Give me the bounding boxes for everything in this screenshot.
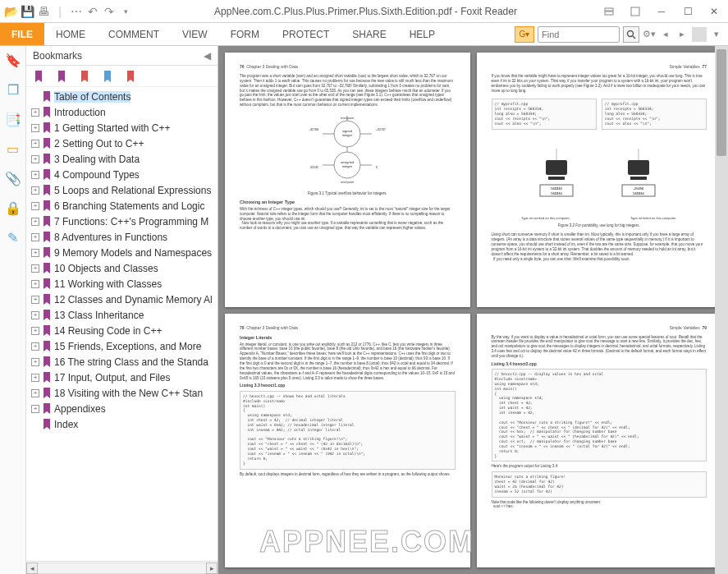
bookmark-item[interactable]: +2 Setting Out to C++ (26, 135, 217, 151)
security-icon[interactable]: 🔒 (4, 199, 22, 217)
bookmark-item[interactable]: +Introduction (26, 104, 217, 120)
bookmark-item[interactable]: +11 Working with Classes (26, 276, 217, 292)
bookmark-item[interactable]: +8 Adventures in Functions (26, 229, 217, 245)
bookmark-item[interactable]: Table of Contents (26, 89, 217, 104)
expand-icon[interactable]: + (31, 171, 39, 179)
bookmark-icon (42, 310, 52, 321)
redo-icon[interactable]: ↷ (102, 4, 117, 19)
ribbon-tab-protect[interactable]: PROTECT (271, 23, 341, 45)
user-icon[interactable] (692, 27, 707, 42)
undo-icon[interactable]: ↶ (85, 4, 100, 19)
google-search-icon[interactable]: G▾ (515, 26, 534, 43)
expand-icon[interactable]: + (31, 140, 39, 148)
expand-icon[interactable]: + (31, 264, 39, 273)
ribbon-tab-help[interactable]: HELP (398, 23, 446, 45)
bookmark-item[interactable]: +4 Compound Types (26, 167, 217, 182)
bookmark-item[interactable]: +16 The string Class and the Standa (26, 354, 217, 370)
maximize-icon[interactable]: ☐ (677, 4, 698, 19)
help-icon[interactable] (625, 4, 646, 19)
expand-icon[interactable]: + (31, 280, 39, 288)
close-icon[interactable]: ✕ (703, 4, 725, 19)
bookmark-next-icon[interactable] (54, 69, 69, 84)
ribbon-tab-form[interactable]: FORM (219, 23, 271, 45)
user-dropdown-icon[interactable]: ▾ (710, 27, 723, 42)
bookmark-item[interactable]: +6 Branching Statements and Logic (26, 198, 217, 214)
bookmark-item[interactable]: +17 Input, Output, and Files (26, 370, 217, 385)
ribbon-tab-comment[interactable]: COMMENT (97, 23, 171, 45)
ribbon-min-icon[interactable] (598, 4, 620, 19)
svg-text:+32767: +32767 (376, 128, 386, 131)
ribbon-tab-share[interactable]: SHARE (341, 23, 397, 45)
bookmark-item[interactable]: +12 Classes and Dynamic Memory Al (26, 292, 217, 307)
bookmark-item[interactable]: +18 Visiting with the New C++ Stan (26, 385, 217, 401)
bookmark-item[interactable]: +10 Objects and Classes (26, 260, 217, 276)
bookmark-item[interactable]: +13 Class Inheritance (26, 307, 217, 323)
attachments-icon[interactable]: 📎 (4, 169, 22, 187)
email-icon[interactable]: ⋯ (69, 4, 84, 19)
panel-collapse-icon[interactable]: ◀ (204, 50, 211, 62)
print-icon[interactable]: 🖶 (36, 4, 51, 19)
bookmark-item[interactable]: +7 Functions: C++'s Programming M (26, 214, 217, 229)
open-icon[interactable]: 📂 (3, 4, 18, 19)
bookmark-item[interactable]: +14 Reusing Code in C++ (26, 323, 217, 338)
bookmark-new-icon[interactable] (77, 69, 92, 84)
expand-icon[interactable]: + (31, 155, 39, 163)
scroll-left-icon[interactable]: ◂ (26, 563, 38, 574)
bookmark-item[interactable]: +Appendixes (26, 401, 217, 416)
bookmark-item[interactable]: +9 Memory Models and Namespaces (26, 245, 217, 260)
bookmark-label: 11 Working with Classes (54, 278, 162, 290)
document-view[interactable]: 76 Chapter 3 Dealing with Data The progr… (218, 46, 728, 574)
expand-icon[interactable]: + (31, 374, 39, 382)
ribbon-tab-view[interactable]: VIEW (171, 23, 219, 45)
expand-icon[interactable]: + (31, 202, 39, 210)
bookmark-icon (42, 403, 52, 415)
bookmark-label: 16 The string Class and the Standa (54, 356, 208, 368)
expand-icon[interactable]: + (31, 327, 39, 335)
bookmark-label: 4 Compound Types (54, 169, 140, 181)
bookmark-prev-icon[interactable] (31, 69, 46, 84)
figure-3-1: signed integer unsigned integer reset po… (240, 113, 456, 186)
expand-icon[interactable]: + (31, 233, 39, 241)
expand-icon[interactable]: + (31, 405, 39, 413)
expand-icon[interactable]: + (31, 249, 39, 257)
bookmark-delete-icon[interactable] (123, 69, 138, 84)
minimize-icon[interactable]: ─ (651, 4, 672, 19)
comments-icon[interactable]: ▭ (4, 140, 22, 158)
signatures-icon[interactable]: ✎ (4, 228, 22, 246)
scroll-right-icon[interactable]: ▸ (206, 563, 217, 574)
expand-icon[interactable]: + (31, 186, 39, 195)
gear-icon[interactable]: ⚙▾ (643, 27, 656, 42)
bookmark-item[interactable]: +3 Dealing with Data (26, 151, 217, 167)
window-title: AppNee.com.C.Plus.Plus.Primer.Plus.Sixth… (133, 6, 598, 17)
expand-icon[interactable]: + (31, 342, 39, 351)
vertical-scrollbar[interactable] (715, 46, 728, 574)
expand-icon[interactable]: + (31, 124, 39, 132)
expand-icon[interactable]: + (31, 218, 39, 226)
save-icon[interactable]: 💾 (20, 4, 34, 19)
search-button[interactable] (623, 26, 639, 43)
ribbon-tab-file[interactable]: FILE (0, 23, 44, 45)
expand-icon[interactable]: + (31, 389, 39, 397)
expand-icon[interactable]: + (31, 311, 39, 319)
bookmarks-hscroll[interactable]: ◂ ▸ (26, 561, 217, 574)
bookmark-collapse-icon[interactable] (100, 69, 115, 84)
bookmark-item[interactable]: Index (26, 416, 217, 432)
qat-dropdown-icon[interactable]: ▾ (118, 4, 133, 19)
bookmark-label: 12 Classes and Dynamic Memory Al (54, 294, 213, 305)
layers-icon[interactable]: 📑 (4, 110, 22, 128)
bookmark-item[interactable]: +1 Getting Started with C++ (26, 120, 217, 135)
bookmark-item[interactable]: +15 Friends, Exceptions, and More (26, 338, 217, 354)
bookmark-icon (42, 154, 52, 165)
prev-find-icon[interactable]: ◂ (659, 27, 672, 42)
expand-icon[interactable]: + (31, 108, 39, 117)
bookmark-label: 9 Memory Models and Namespaces (54, 247, 212, 259)
bookmark-panel-icon[interactable]: 🔖 (4, 51, 22, 69)
expand-icon[interactable]: + (31, 358, 39, 366)
expand-icon[interactable]: + (31, 296, 39, 304)
ribbon-tab-home[interactable]: HOME (44, 23, 97, 45)
search-input[interactable] (538, 26, 620, 43)
bookmark-item[interactable]: +5 Loops and Relational Expressions (26, 182, 217, 198)
page-76: 76 Chapter 3 Dealing with Data The progr… (225, 53, 470, 307)
next-find-icon[interactable]: ▸ (675, 27, 689, 42)
pages-panel-icon[interactable]: ❐ (4, 80, 22, 99)
